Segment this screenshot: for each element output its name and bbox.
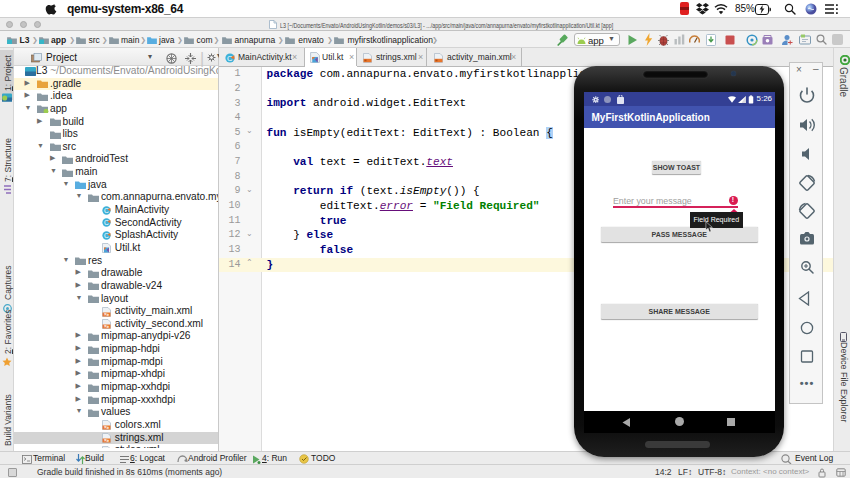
svg-text:×»: ×» <box>103 425 109 430</box>
svg-text:C: C <box>104 219 109 226</box>
svg-text:×»: ×» <box>103 324 109 329</box>
svg-text:C: C <box>104 206 109 213</box>
svg-text:×»: ×» <box>103 438 109 443</box>
svg-text:C: C <box>104 232 109 239</box>
svg-text:×»: ×» <box>103 312 109 317</box>
